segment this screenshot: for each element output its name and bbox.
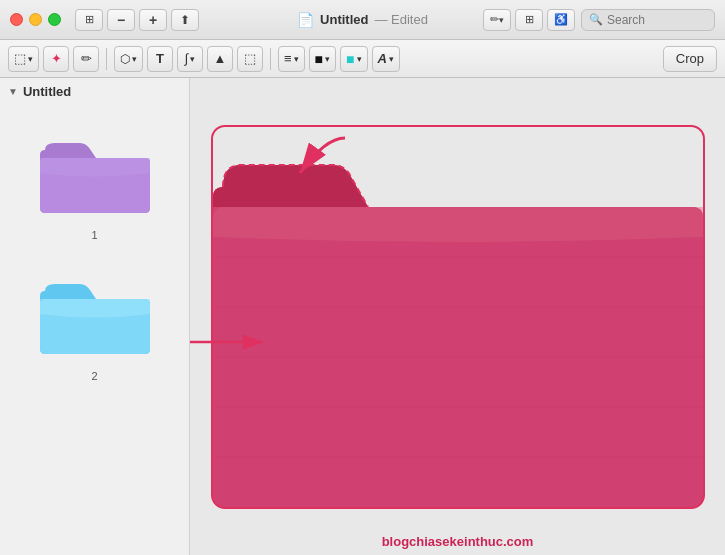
sidebar-toggle-btn[interactable]: ⊞: [75, 9, 103, 31]
selection-tool-btn[interactable]: ⬚ ▾: [8, 46, 39, 72]
list-item[interactable]: 1: [17, 105, 172, 246]
script-btn[interactable]: ∫ ▾: [177, 46, 203, 72]
minimize-button[interactable]: [29, 13, 42, 26]
zoom-in-title-btn[interactable]: +: [139, 9, 167, 31]
color-dropdown: ▾: [325, 54, 330, 64]
thumbnail-1: [25, 115, 165, 225]
fill-icon: ▲: [214, 51, 227, 66]
mask-icon: ⬚: [244, 51, 256, 66]
thumbnail-1-label: 1: [91, 229, 97, 241]
script-dropdown: ▾: [190, 54, 195, 64]
sidebar-items: 1 2: [0, 105, 189, 397]
sidebar-header[interactable]: ▼ Untitled: [0, 78, 189, 105]
mask-btn[interactable]: ⬚: [237, 46, 263, 72]
sidebar-triangle-icon: ▼: [8, 86, 18, 97]
sidebar: ▼ Untitled 1: [0, 78, 190, 555]
document-icon: 📄: [297, 12, 314, 28]
crop-button[interactable]: Crop: [663, 46, 717, 72]
canvas-area[interactable]: blogchiasekeinthuc.com: [190, 78, 725, 555]
toolbar: ⬚ ▾ ✦ ✏ ⬡ ▾ T ∫ ▾ ▲ ⬚ ≡ ▾ ■ ▾ ■ ▾ A ▾ Cr…: [0, 40, 725, 78]
search-icon: 🔍: [589, 13, 603, 26]
document-title: Untitled: [320, 12, 368, 27]
title-bar-right: ✏ ▾ ⊞ ♿ 🔍: [483, 9, 715, 31]
canvas-folder: [213, 127, 703, 507]
selection-icon: ⬚: [14, 51, 26, 66]
zoom-out-title-btn[interactable]: −: [107, 9, 135, 31]
watermark: blogchiasekeinthuc.com: [382, 534, 534, 549]
main-folder-svg: [213, 127, 703, 507]
thumbnail-2-label: 2: [91, 370, 97, 382]
sidebar-title: Untitled: [23, 84, 71, 99]
teal-dropdown: ▾: [357, 54, 362, 64]
pen-icon: ✏: [81, 51, 92, 66]
close-button[interactable]: [10, 13, 23, 26]
color-teal-btn[interactable]: ■ ▾: [340, 46, 367, 72]
black-square-icon: ■: [315, 51, 323, 67]
align-btn[interactable]: ≡ ▾: [278, 46, 305, 72]
shape-icon: ⬡: [120, 52, 130, 66]
shape-dropdown: ▾: [132, 54, 137, 64]
view-mode-btn[interactable]: ⊞: [515, 9, 543, 31]
title-bar: ⊞ − + ⬆ 📄 Untitled — Edited ✏ ▾ ⊞ ♿: [0, 0, 725, 40]
edited-indicator: — Edited: [374, 12, 428, 27]
share-title-btn[interactable]: ⬆: [171, 9, 199, 31]
blue-folder-icon: [40, 269, 150, 354]
pen-mode-btn[interactable]: ✏ ▾: [483, 9, 511, 31]
teal-square-icon: ■: [346, 51, 354, 67]
color-black-btn[interactable]: ■ ▾: [309, 46, 336, 72]
dropdown-arrow: ▾: [28, 54, 33, 64]
list-item[interactable]: 2: [17, 246, 172, 387]
script-icon: ∫: [185, 51, 189, 66]
text-btn[interactable]: T: [147, 46, 173, 72]
accessibility-btn[interactable]: ♿: [547, 9, 575, 31]
font-btn[interactable]: A ▾: [372, 46, 400, 72]
align-icon: ≡: [284, 51, 292, 66]
align-dropdown: ▾: [294, 54, 299, 64]
title-bar-center: 📄 Untitled — Edited: [297, 12, 428, 28]
shape-btn[interactable]: ⬡ ▾: [114, 46, 143, 72]
magic-wand-icon: ✦: [51, 51, 62, 66]
text-icon: T: [156, 51, 164, 66]
magic-wand-btn[interactable]: ✦: [43, 46, 69, 72]
search-bar[interactable]: 🔍: [581, 9, 715, 31]
toolbar-separator-2: [270, 48, 271, 70]
main-area: ▼ Untitled 1: [0, 78, 725, 555]
font-dropdown: ▾: [389, 54, 394, 64]
pen-draw-btn[interactable]: ✏: [73, 46, 99, 72]
toolbar-separator-1: [106, 48, 107, 70]
fill-btn[interactable]: ▲: [207, 46, 233, 72]
thumbnail-2: [25, 256, 165, 366]
font-icon: A: [378, 51, 387, 66]
fullscreen-button[interactable]: [48, 13, 61, 26]
purple-folder-icon: [40, 128, 150, 213]
traffic-lights: [10, 13, 61, 26]
search-input[interactable]: [607, 13, 707, 27]
